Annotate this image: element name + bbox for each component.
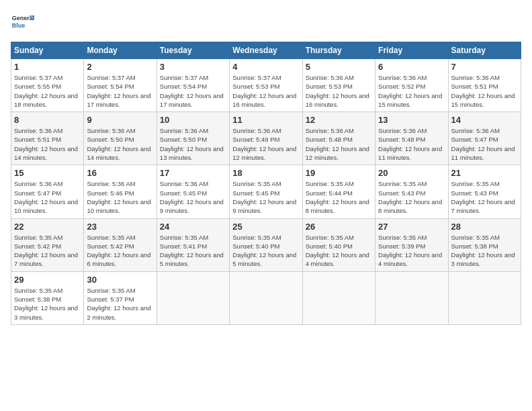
page-header: General Blue [11, 11, 521, 35]
day-number: 24 [160, 222, 226, 232]
calendar-day-19: 19Sunrise: 5:35 AMSunset: 5:44 PMDayligh… [302, 165, 375, 218]
calendar-day-1: 1Sunrise: 5:37 AMSunset: 5:55 PMDaylight… [11, 59, 84, 112]
day-number: 17 [160, 168, 226, 178]
day-number: 23 [87, 222, 153, 232]
day-number: 2 [87, 62, 153, 72]
calendar-day-21: 21Sunrise: 5:35 AMSunset: 5:43 PMDayligh… [448, 165, 521, 218]
calendar-week-1: 1Sunrise: 5:37 AMSunset: 5:55 PMDaylight… [11, 59, 521, 112]
calendar-header-row: SundayMondayTuesdayWednesdayThursdayFrid… [11, 42, 521, 59]
calendar-day-23: 23Sunrise: 5:35 AMSunset: 5:42 PMDayligh… [84, 218, 157, 271]
day-number: 9 [87, 115, 153, 125]
calendar-day-25: 25Sunrise: 5:35 AMSunset: 5:40 PMDayligh… [230, 218, 302, 271]
calendar-day-3: 3Sunrise: 5:37 AMSunset: 5:54 PMDaylight… [157, 59, 229, 112]
day-number: 25 [232, 222, 299, 232]
column-header-thursday: Thursday [302, 42, 375, 59]
calendar-week-4: 22Sunrise: 5:35 AMSunset: 5:42 PMDayligh… [11, 218, 521, 271]
column-header-friday: Friday [375, 42, 448, 59]
day-number: 18 [232, 168, 299, 178]
calendar-day-13: 13Sunrise: 5:36 AMSunset: 5:48 PMDayligh… [375, 112, 448, 165]
day-number: 14 [451, 115, 518, 125]
calendar-day-11: 11Sunrise: 5:36 AMSunset: 5:49 PMDayligh… [230, 112, 302, 165]
day-number: 27 [378, 222, 445, 232]
calendar-day-12: 12Sunrise: 5:36 AMSunset: 5:48 PMDayligh… [302, 112, 375, 165]
day-number: 10 [160, 115, 226, 125]
calendar-empty-cell [375, 271, 448, 324]
calendar-week-2: 8Sunrise: 5:36 AMSunset: 5:51 PMDaylight… [11, 112, 521, 165]
calendar-day-18: 18Sunrise: 5:35 AMSunset: 5:45 PMDayligh… [230, 165, 302, 218]
day-number: 11 [232, 115, 299, 125]
logo: General Blue [11, 11, 35, 35]
calendar-day-6: 6Sunrise: 5:36 AMSunset: 5:52 PMDaylight… [375, 59, 448, 112]
calendar-empty-cell [157, 271, 229, 324]
calendar-day-28: 28Sunrise: 5:35 AMSunset: 5:38 PMDayligh… [448, 218, 521, 271]
calendar-day-30: 30Sunrise: 5:35 AMSunset: 5:37 PMDayligh… [84, 271, 157, 324]
calendar-week-5: 29Sunrise: 5:35 AMSunset: 5:38 PMDayligh… [11, 271, 521, 324]
column-header-sunday: Sunday [11, 42, 84, 59]
calendar-empty-cell [302, 271, 375, 324]
day-number: 30 [87, 275, 153, 285]
day-number: 3 [160, 62, 226, 72]
day-number: 8 [14, 115, 81, 125]
calendar-day-17: 17Sunrise: 5:36 AMSunset: 5:45 PMDayligh… [157, 165, 229, 218]
calendar-day-5: 5Sunrise: 5:36 AMSunset: 5:53 PMDaylight… [302, 59, 375, 112]
calendar-day-16: 16Sunrise: 5:36 AMSunset: 5:46 PMDayligh… [84, 165, 157, 218]
day-number: 21 [451, 168, 518, 178]
calendar-day-8: 8Sunrise: 5:36 AMSunset: 5:51 PMDaylight… [11, 112, 84, 165]
day-number: 6 [378, 62, 445, 72]
calendar-day-10: 10Sunrise: 5:36 AMSunset: 5:50 PMDayligh… [157, 112, 229, 165]
day-number: 16 [87, 168, 153, 178]
day-number: 15 [14, 168, 81, 178]
day-number: 1 [14, 62, 81, 72]
logo-icon: General Blue [11, 11, 35, 35]
calendar-day-4: 4Sunrise: 5:37 AMSunset: 5:53 PMDaylight… [230, 59, 302, 112]
calendar-day-7: 7Sunrise: 5:36 AMSunset: 5:51 PMDaylight… [448, 59, 521, 112]
column-header-saturday: Saturday [448, 42, 521, 59]
calendar-day-9: 9Sunrise: 5:36 AMSunset: 5:50 PMDaylight… [84, 112, 157, 165]
day-number: 4 [232, 62, 299, 72]
svg-text:Blue: Blue [12, 22, 26, 29]
day-number: 12 [306, 115, 372, 125]
day-number: 20 [378, 168, 445, 178]
calendar-day-27: 27Sunrise: 5:35 AMSunset: 5:39 PMDayligh… [375, 218, 448, 271]
day-number: 19 [306, 168, 372, 178]
calendar-day-14: 14Sunrise: 5:36 AMSunset: 5:47 PMDayligh… [448, 112, 521, 165]
calendar-table: SundayMondayTuesdayWednesdayThursdayFrid… [11, 42, 521, 325]
calendar-day-24: 24Sunrise: 5:35 AMSunset: 5:41 PMDayligh… [157, 218, 229, 271]
day-number: 7 [451, 62, 518, 72]
column-header-tuesday: Tuesday [157, 42, 229, 59]
day-number: 13 [378, 115, 445, 125]
calendar-day-26: 26Sunrise: 5:35 AMSunset: 5:40 PMDayligh… [302, 218, 375, 271]
calendar-day-15: 15Sunrise: 5:36 AMSunset: 5:47 PMDayligh… [11, 165, 84, 218]
day-number: 5 [306, 62, 372, 72]
calendar-empty-cell [448, 271, 521, 324]
column-header-monday: Monday [84, 42, 157, 59]
day-number: 29 [14, 275, 81, 285]
calendar-day-22: 22Sunrise: 5:35 AMSunset: 5:42 PMDayligh… [11, 218, 84, 271]
calendar-empty-cell [230, 271, 302, 324]
calendar-day-20: 20Sunrise: 5:35 AMSunset: 5:43 PMDayligh… [375, 165, 448, 218]
day-number: 26 [306, 222, 372, 232]
calendar-week-3: 15Sunrise: 5:36 AMSunset: 5:47 PMDayligh… [11, 165, 521, 218]
column-header-wednesday: Wednesday [230, 42, 302, 59]
day-number: 22 [14, 222, 81, 232]
calendar-day-29: 29Sunrise: 5:35 AMSunset: 5:38 PMDayligh… [11, 271, 84, 324]
calendar-day-2: 2Sunrise: 5:37 AMSunset: 5:54 PMDaylight… [84, 59, 157, 112]
day-number: 28 [451, 222, 518, 232]
